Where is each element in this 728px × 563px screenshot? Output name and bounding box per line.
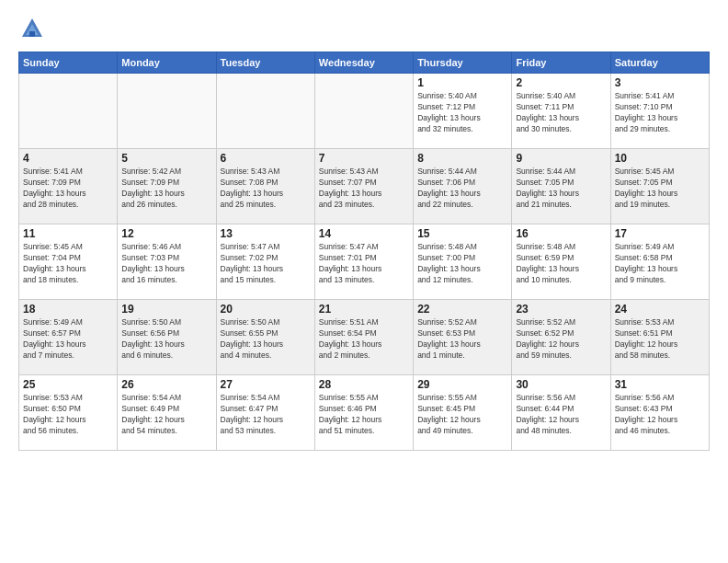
day-info: Sunrise: 5:56 AM Sunset: 6:44 PM Dayligh… <box>516 393 606 437</box>
calendar-day-9: 9Sunrise: 5:44 AM Sunset: 7:05 PM Daylig… <box>512 149 610 224</box>
calendar-day-13: 13Sunrise: 5:47 AM Sunset: 7:02 PM Dayli… <box>216 224 314 300</box>
day-number: 28 <box>319 378 409 391</box>
day-number: 22 <box>417 303 507 316</box>
day-number: 17 <box>615 227 705 240</box>
day-number: 12 <box>121 227 211 240</box>
logo-icon <box>18 15 46 42</box>
day-info: Sunrise: 5:49 AM Sunset: 6:58 PM Dayligh… <box>615 242 705 286</box>
day-info: Sunrise: 5:44 AM Sunset: 7:06 PM Dayligh… <box>417 167 507 211</box>
calendar-header-saturday: Saturday <box>610 52 709 74</box>
svg-rect-2 <box>29 31 35 37</box>
day-number: 27 <box>221 378 311 391</box>
calendar-day-25: 25Sunrise: 5:53 AM Sunset: 6:50 PM Dayli… <box>19 375 118 451</box>
calendar-day-10: 10Sunrise: 5:45 AM Sunset: 7:05 PM Dayli… <box>610 149 709 224</box>
calendar-week-1: 1Sunrise: 5:40 AM Sunset: 7:12 PM Daylig… <box>19 74 710 149</box>
day-info: Sunrise: 5:50 AM Sunset: 6:56 PM Dayligh… <box>121 317 211 362</box>
calendar-day-empty <box>314 74 413 149</box>
day-info: Sunrise: 5:46 AM Sunset: 7:03 PM Dayligh… <box>121 242 211 286</box>
day-info: Sunrise: 5:50 AM Sunset: 6:55 PM Dayligh… <box>221 317 311 362</box>
calendar-day-empty <box>118 74 216 149</box>
calendar-header-thursday: Thursday <box>414 52 512 74</box>
day-info: Sunrise: 5:43 AM Sunset: 7:08 PM Dayligh… <box>221 167 311 211</box>
calendar-header-monday: Monday <box>118 52 216 74</box>
calendar-day-31: 31Sunrise: 5:56 AM Sunset: 6:43 PM Dayli… <box>610 375 709 451</box>
logo <box>18 15 48 42</box>
calendar-day-19: 19Sunrise: 5:50 AM Sunset: 6:56 PM Dayli… <box>118 300 216 375</box>
day-number: 20 <box>221 303 311 316</box>
calendar-day-11: 11Sunrise: 5:45 AM Sunset: 7:04 PM Dayli… <box>19 224 118 300</box>
page: SundayMondayTuesdayWednesdayThursdayFrid… <box>0 0 728 563</box>
day-number: 1 <box>417 76 507 89</box>
calendar-header-friday: Friday <box>512 52 610 74</box>
day-info: Sunrise: 5:54 AM Sunset: 6:49 PM Dayligh… <box>121 393 211 437</box>
day-number: 3 <box>615 76 705 89</box>
day-info: Sunrise: 5:52 AM Sunset: 6:53 PM Dayligh… <box>417 317 507 362</box>
day-number: 29 <box>417 378 507 391</box>
calendar-header-wednesday: Wednesday <box>314 52 413 74</box>
calendar-day-7: 7Sunrise: 5:43 AM Sunset: 7:07 PM Daylig… <box>314 149 413 224</box>
day-info: Sunrise: 5:47 AM Sunset: 7:02 PM Dayligh… <box>221 242 311 286</box>
day-number: 10 <box>615 152 705 165</box>
day-number: 13 <box>221 227 311 240</box>
day-number: 14 <box>319 227 409 240</box>
day-info: Sunrise: 5:55 AM Sunset: 6:45 PM Dayligh… <box>417 393 507 437</box>
calendar-day-5: 5Sunrise: 5:42 AM Sunset: 7:09 PM Daylig… <box>118 149 216 224</box>
day-info: Sunrise: 5:42 AM Sunset: 7:09 PM Dayligh… <box>121 167 211 211</box>
calendar-day-empty <box>216 74 314 149</box>
day-info: Sunrise: 5:45 AM Sunset: 7:04 PM Dayligh… <box>23 242 113 286</box>
calendar-header-row: SundayMondayTuesdayWednesdayThursdayFrid… <box>19 52 710 74</box>
day-info: Sunrise: 5:45 AM Sunset: 7:05 PM Dayligh… <box>615 167 705 211</box>
calendar-header-tuesday: Tuesday <box>216 52 314 74</box>
day-info: Sunrise: 5:56 AM Sunset: 6:43 PM Dayligh… <box>615 393 705 437</box>
calendar-day-2: 2Sunrise: 5:40 AM Sunset: 7:11 PM Daylig… <box>512 74 610 149</box>
calendar-day-21: 21Sunrise: 5:51 AM Sunset: 6:54 PM Dayli… <box>314 300 413 375</box>
calendar-day-1: 1Sunrise: 5:40 AM Sunset: 7:12 PM Daylig… <box>414 74 512 149</box>
calendar-week-2: 4Sunrise: 5:41 AM Sunset: 7:09 PM Daylig… <box>19 149 710 224</box>
calendar-day-22: 22Sunrise: 5:52 AM Sunset: 6:53 PM Dayli… <box>414 300 512 375</box>
day-number: 19 <box>121 303 211 316</box>
day-info: Sunrise: 5:52 AM Sunset: 6:52 PM Dayligh… <box>516 317 606 362</box>
day-info: Sunrise: 5:53 AM Sunset: 6:51 PM Dayligh… <box>615 317 705 362</box>
day-number: 21 <box>319 303 409 316</box>
day-info: Sunrise: 5:51 AM Sunset: 6:54 PM Dayligh… <box>319 317 409 362</box>
day-info: Sunrise: 5:40 AM Sunset: 7:11 PM Dayligh… <box>516 91 606 135</box>
day-number: 6 <box>221 152 311 165</box>
calendar-day-24: 24Sunrise: 5:53 AM Sunset: 6:51 PM Dayli… <box>610 300 709 375</box>
day-number: 4 <box>23 152 113 165</box>
day-number: 30 <box>516 378 606 391</box>
day-info: Sunrise: 5:43 AM Sunset: 7:07 PM Dayligh… <box>319 167 409 211</box>
calendar-day-4: 4Sunrise: 5:41 AM Sunset: 7:09 PM Daylig… <box>19 149 118 224</box>
day-number: 2 <box>516 76 606 89</box>
header <box>18 15 710 42</box>
day-number: 24 <box>615 303 705 316</box>
calendar-day-23: 23Sunrise: 5:52 AM Sunset: 6:52 PM Dayli… <box>512 300 610 375</box>
day-number: 26 <box>121 378 211 391</box>
day-info: Sunrise: 5:48 AM Sunset: 6:59 PM Dayligh… <box>516 242 606 286</box>
calendar-day-16: 16Sunrise: 5:48 AM Sunset: 6:59 PM Dayli… <box>512 224 610 300</box>
day-info: Sunrise: 5:41 AM Sunset: 7:09 PM Dayligh… <box>23 167 113 211</box>
calendar-day-28: 28Sunrise: 5:55 AM Sunset: 6:46 PM Dayli… <box>314 375 413 451</box>
day-info: Sunrise: 5:40 AM Sunset: 7:12 PM Dayligh… <box>417 91 507 135</box>
day-number: 31 <box>615 378 705 391</box>
day-info: Sunrise: 5:48 AM Sunset: 7:00 PM Dayligh… <box>417 242 507 286</box>
day-info: Sunrise: 5:53 AM Sunset: 6:50 PM Dayligh… <box>23 393 113 437</box>
calendar-day-29: 29Sunrise: 5:55 AM Sunset: 6:45 PM Dayli… <box>414 375 512 451</box>
day-number: 23 <box>516 303 606 316</box>
day-info: Sunrise: 5:44 AM Sunset: 7:05 PM Dayligh… <box>516 167 606 211</box>
calendar-week-4: 18Sunrise: 5:49 AM Sunset: 6:57 PM Dayli… <box>19 300 710 375</box>
day-info: Sunrise: 5:54 AM Sunset: 6:47 PM Dayligh… <box>221 393 311 437</box>
calendar-day-15: 15Sunrise: 5:48 AM Sunset: 7:00 PM Dayli… <box>414 224 512 300</box>
calendar-day-empty <box>19 74 118 149</box>
day-number: 9 <box>516 152 606 165</box>
calendar-day-14: 14Sunrise: 5:47 AM Sunset: 7:01 PM Dayli… <box>314 224 413 300</box>
day-number: 18 <box>23 303 113 316</box>
calendar-day-30: 30Sunrise: 5:56 AM Sunset: 6:44 PM Dayli… <box>512 375 610 451</box>
day-number: 7 <box>319 152 409 165</box>
calendar-day-18: 18Sunrise: 5:49 AM Sunset: 6:57 PM Dayli… <box>19 300 118 375</box>
day-number: 15 <box>417 227 507 240</box>
day-number: 8 <box>417 152 507 165</box>
calendar-day-20: 20Sunrise: 5:50 AM Sunset: 6:55 PM Dayli… <box>216 300 314 375</box>
calendar-day-26: 26Sunrise: 5:54 AM Sunset: 6:49 PM Dayli… <box>118 375 216 451</box>
calendar-day-3: 3Sunrise: 5:41 AM Sunset: 7:10 PM Daylig… <box>610 74 709 149</box>
day-number: 16 <box>516 227 606 240</box>
